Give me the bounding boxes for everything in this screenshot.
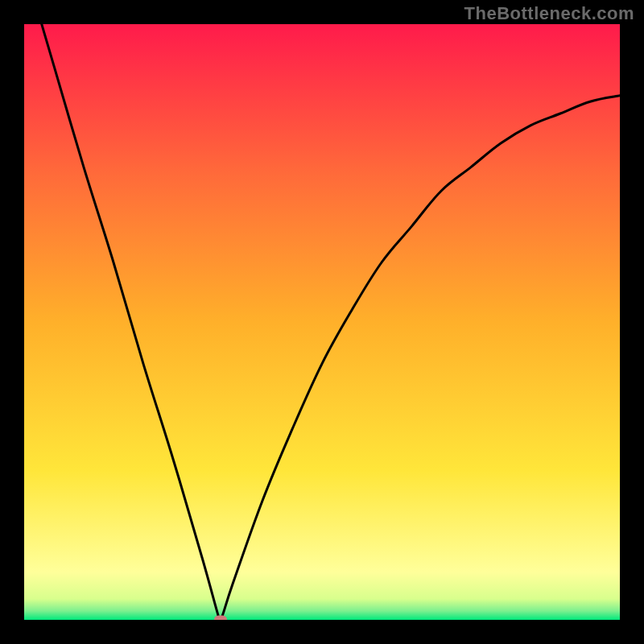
curve-layer [24, 24, 620, 620]
chart-frame: TheBottleneck.com [0, 0, 644, 644]
plot-area [24, 24, 620, 620]
watermark-text: TheBottleneck.com [464, 3, 634, 24]
minimum-marker [214, 616, 227, 621]
bottleneck-curve [24, 24, 620, 620]
